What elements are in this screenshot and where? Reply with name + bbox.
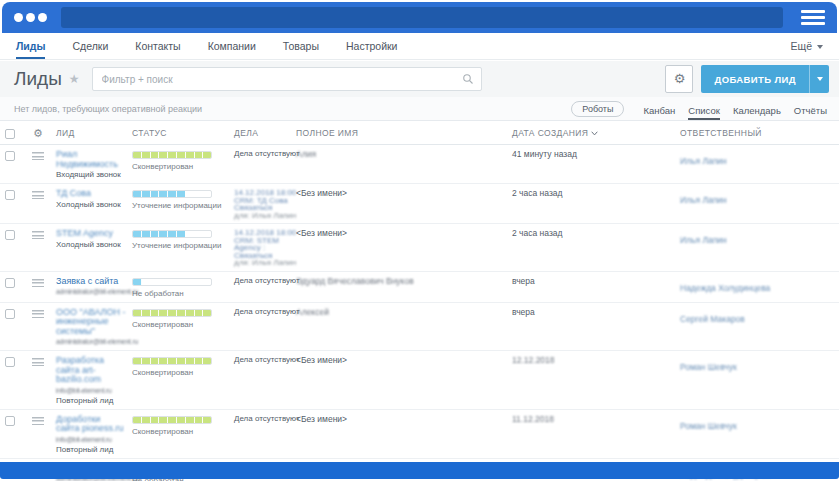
status-label: Не обработан <box>132 289 228 298</box>
row-menu-icon[interactable] <box>32 310 44 318</box>
robots-button[interactable]: Роботы <box>571 101 624 117</box>
row-menu-icon[interactable] <box>32 152 44 160</box>
row-menu-cell <box>26 189 56 199</box>
row-checkbox[interactable] <box>5 278 15 288</box>
row-menu-icon[interactable] <box>32 358 44 366</box>
table-row[interactable]: ООО "АВАЛОН - инженерные системы"adminis… <box>0 303 839 352</box>
responsible-link[interactable]: Илья Лапин <box>680 156 727 166</box>
lead-title-link[interactable]: Разработка сайта art-bazilio.com <box>56 356 126 385</box>
view-tab-2[interactable]: Календарь <box>733 105 781 120</box>
full-name: <Без имени> <box>296 356 512 365</box>
grid-settings-gear-icon[interactable]: ⚙ <box>33 127 43 140</box>
lead-cell: Доработки сайта pioness.ruinfo@bit-eleme… <box>56 415 132 454</box>
row-checkbox[interactable] <box>5 230 15 240</box>
table-row[interactable]: Доработки сайта pioness.ruinfo@bit-eleme… <box>0 410 839 459</box>
crm-nav-tab-1[interactable]: Сделки <box>72 33 108 59</box>
row-checkbox-cell <box>0 415 26 426</box>
row-menu-icon[interactable] <box>32 279 44 287</box>
filter-search <box>92 67 482 91</box>
column-header-activity[interactable]: ДЕЛА <box>234 128 296 138</box>
row-checkbox[interactable] <box>5 151 15 161</box>
row-menu-cell <box>26 277 56 287</box>
column-header-fullname[interactable]: ПОЛНОЕ ИМЯ <box>296 128 512 138</box>
app-menu-icon[interactable] <box>14 13 47 22</box>
lead-title-link[interactable]: Риал Недвижимость <box>56 150 126 169</box>
status-subbar: Нет лидов, требующих оперативной реакции… <box>0 97 839 121</box>
activity-text: для: Илья Лапин <box>234 212 290 220</box>
favorite-star-icon[interactable]: ★ <box>69 72 80 86</box>
lead-subtext: Холодный звонок <box>56 200 126 209</box>
settings-gear-button[interactable]: ⚙ <box>665 65 693 93</box>
row-menu-cell <box>26 356 56 366</box>
status-label: Сконвертирован <box>132 427 228 436</box>
table-row[interactable]: Разработка сайта art-bazilio.cominfo@bit… <box>0 351 839 410</box>
row-menu-cell <box>26 229 56 239</box>
lead-title-link[interactable]: ООО "АВАЛОН - инженерные системы" <box>56 308 126 337</box>
activity-cell: Дела отсутствуют <box>234 415 296 423</box>
crm-nav-tab-3[interactable]: Компании <box>208 33 256 59</box>
hamburger-menu-icon[interactable] <box>801 10 825 25</box>
row-menu-icon[interactable] <box>32 417 44 425</box>
status-cell: Сконвертирован <box>132 150 234 171</box>
crm-section-nav: ЛидыСделкиКонтактыКомпанииТоварыНастройк… <box>0 33 839 60</box>
status-progress-bar <box>132 416 212 424</box>
full-name: <Без имени> <box>296 229 512 238</box>
row-checkbox-cell <box>0 277 26 288</box>
lead-title-link[interactable]: STEM Agency <box>56 229 126 239</box>
topbar-search-bar[interactable] <box>61 7 783 28</box>
more-menu-button[interactable]: Ещё <box>791 33 823 59</box>
add-lead-button[interactable]: ДОБАВИТЬ ЛИД <box>701 65 829 93</box>
row-checkbox[interactable] <box>5 416 15 426</box>
view-tab-0[interactable]: Канбан <box>643 105 675 120</box>
responsible-link[interactable]: Роман Шевчук <box>680 421 737 431</box>
select-all-checkbox[interactable] <box>5 129 15 139</box>
responsible-cell: Илья Лапин <box>680 229 839 247</box>
lead-subtext: info@bit-element.ru <box>56 435 126 444</box>
crm-nav-tab-2[interactable]: Контакты <box>135 33 180 59</box>
row-menu-icon[interactable] <box>32 191 44 199</box>
lead-subtext: administrator@bit-element.ru <box>56 337 126 346</box>
activity-text: Дела отсутствуют <box>234 277 290 285</box>
row-checkbox[interactable] <box>5 309 15 319</box>
lead-subtext: Входящий звонок <box>56 170 126 179</box>
table-row[interactable]: Риал НедвижимостьВходящий звонокСконверт… <box>0 145 839 184</box>
view-tab-1[interactable]: Список <box>688 105 720 120</box>
responsible-cell: Роман Шевчук <box>680 356 839 374</box>
crm-nav-tab-0[interactable]: Лиды <box>16 33 45 59</box>
responsible-link[interactable]: Илья Лапин <box>680 235 727 245</box>
status-progress-bar <box>132 278 212 286</box>
responsible-link[interactable]: Роман Шевчук <box>680 362 737 372</box>
crm-nav-tab-4[interactable]: Товары <box>283 33 319 59</box>
crm-nav-tabs: ЛидыСделкиКонтактыКомпанииТоварыНастройк… <box>16 33 397 59</box>
row-checkbox[interactable] <box>5 357 15 367</box>
responsible-link[interactable]: Илья Лапин <box>680 195 727 205</box>
row-menu-icon[interactable] <box>32 231 44 239</box>
row-checkbox-cell <box>0 189 26 200</box>
lead-cell: Разработка сайта art-bazilio.cominfo@bit… <box>56 356 132 405</box>
view-switcher: Роботы КанбанСписокКалендарьОтчёты <box>571 100 827 118</box>
lead-title-link[interactable]: Заявка с сайта <box>56 277 126 287</box>
table-row[interactable]: Заявка с сайтаadministrator@bit-element.… <box>0 272 839 303</box>
row-checkbox-cell <box>0 229 26 240</box>
lead-subtext: info@bit-element.ru <box>56 386 126 395</box>
activity-cell: Дела отсутствуют <box>234 308 296 316</box>
filter-search-input[interactable] <box>92 67 482 91</box>
lead-subtext: Повторный лид <box>56 396 126 405</box>
activity-cell: Дела отсутствуют <box>234 150 296 158</box>
chevron-down-icon <box>817 45 823 49</box>
column-header-lead[interactable]: ЛИД <box>56 128 132 138</box>
table-row[interactable]: STEM AgencyХолодный звонокУточнение инфо… <box>0 224 839 272</box>
crm-nav-tab-5[interactable]: Настройки <box>346 33 398 59</box>
created-date: 41 минуту назад <box>512 150 680 159</box>
table-row[interactable]: ТД СоваХолодный звонокУточнение информац… <box>0 184 839 224</box>
column-header-created[interactable]: ДАТА СОЗДАНИЯ <box>512 128 680 138</box>
responsible-link[interactable]: Надежда Холудинцева <box>680 283 770 293</box>
responsible-link[interactable]: Сергей Макаров <box>680 314 745 324</box>
column-header-status[interactable]: СТАТУС <box>132 128 234 138</box>
lead-title-link[interactable]: Доработки сайта pioness.ru <box>56 415 126 434</box>
view-tab-3[interactable]: Отчёты <box>794 105 827 120</box>
lead-title-link[interactable]: ТД Сова <box>56 189 126 199</box>
column-header-responsible[interactable]: ОТВЕТСТВЕННЫЙ <box>680 128 839 138</box>
add-lead-dropdown-button[interactable] <box>810 65 829 93</box>
row-checkbox[interactable] <box>5 190 15 200</box>
